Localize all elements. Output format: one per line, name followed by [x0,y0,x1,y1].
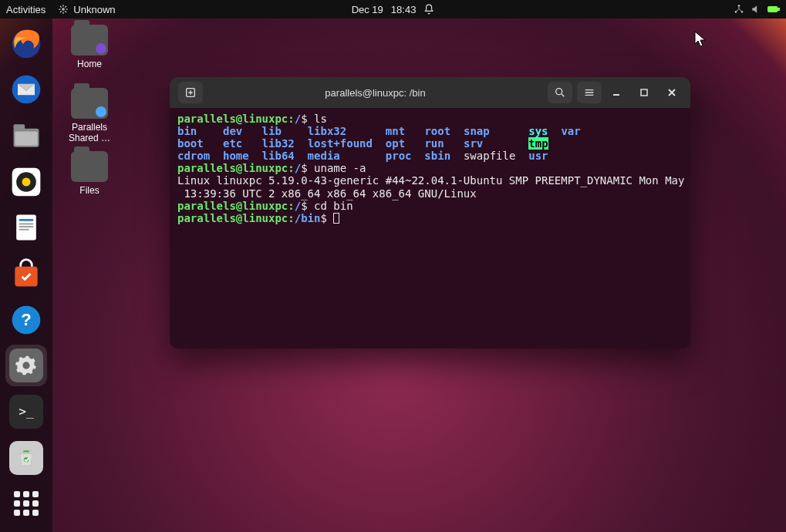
firefox-icon [9,27,43,61]
files-icon [9,119,43,153]
svg-rect-16 [19,224,33,225]
prompt-user: parallels@linuxpc [177,113,288,125]
desktop-icon-label: Files [62,185,117,196]
help-icon: ? [9,303,43,337]
dock-help[interactable]: ? [5,299,47,341]
search-icon [554,86,566,99]
prompt-sep: : [288,113,294,125]
desktop-icon-label: Parallels Shared … [62,122,117,143]
volume-icon [751,4,761,15]
maximize-button[interactable] [632,82,656,103]
thunderbird-icon [9,72,43,106]
prompt-user: parallels@linuxpc [177,162,288,174]
desktop-icon-home[interactable]: Home [62,25,117,69]
menu-button[interactable] [577,82,602,103]
dock-rhythmbox[interactable] [5,161,47,203]
dock-firefox[interactable] [5,23,47,65]
dock-trash[interactable] [5,437,47,479]
ls-entry: boot [177,137,204,150]
dock-files[interactable] [5,115,47,157]
folder-icon [71,25,108,56]
terminal-window: parallels@linuxpc: /bin parallels@linuxp… [170,77,690,348]
cmd-cd: cd bin [314,200,353,212]
prompt-path: / [295,113,301,125]
cmd-uname: uname -a [314,162,366,174]
speaker-icon [9,165,43,199]
terminal-cursor [333,213,339,224]
dock: ? >_ [0,19,52,532]
time-label: 18:43 [391,4,417,15]
svg-text:?: ? [21,310,31,329]
prompt-sep: : [288,162,294,174]
cmd-ls: ls [314,113,327,125]
prompt-user: parallels@linuxpc [177,200,288,212]
ls-entry: home [223,150,249,162]
ls-entry: opt [386,137,405,150]
svg-rect-4 [768,7,778,12]
uname-output: Linux linuxpc 5.19.0-43-generic #44~22.0… [177,174,690,187]
prompt-sep: : [288,200,294,212]
ls-entry: lost+found [308,137,373,150]
clock[interactable]: Dec 19 18:43 [352,4,435,15]
minimize-button[interactable] [604,82,629,103]
dock-settings[interactable] [5,345,47,386]
search-button[interactable] [548,82,572,103]
svg-rect-17 [19,227,33,228]
ls-entry: libx32 [308,125,347,137]
prompt-sep: : [288,212,294,224]
ls-entry: mnt [386,125,405,137]
svg-point-13 [22,177,31,186]
unknown-icon [58,4,69,15]
titlebar[interactable]: parallels@linuxpc: /bin [170,77,690,108]
dock-terminal[interactable]: >_ [5,391,47,433]
ls-entry: sbin [424,150,450,162]
mouse-pointer-icon [694,31,708,48]
terminal-body[interactable]: parallels@linuxpc:/$ ls bin dev lib libx… [170,108,690,348]
new-tab-button[interactable] [178,82,203,103]
notification-bell-icon [423,4,434,15]
ls-entry: lib [262,125,282,137]
show-applications[interactable] [5,483,47,524]
svg-rect-9 [14,124,25,130]
document-icon [9,210,43,244]
desktop-icon-label: Home [62,59,117,69]
desktop-icon-files[interactable]: Files [62,151,117,196]
dock-writer[interactable] [5,207,47,249]
terminal-icon: >_ [9,395,43,429]
network-icon [734,4,744,15]
svg-rect-18 [19,229,29,231]
system-tray[interactable] [734,4,780,15]
battery-icon [767,4,780,15]
svg-point-24 [556,89,562,95]
ls-entry: cdrom [177,150,210,162]
ls-entry: bin [177,125,197,137]
prompt-dollar: $ [301,162,307,174]
ls-entry: var [561,125,580,137]
svg-point-1 [738,5,740,6]
uname-output: 13:39:36 UTC 2 x86_64 x86_64 x86_64 GNU/… [177,187,477,200]
ls-entry: root [424,125,450,137]
app-indicator[interactable]: Unknown [58,4,115,15]
shopping-bag-icon [9,257,43,291]
svg-rect-25 [641,89,647,96]
dock-software[interactable] [5,253,47,295]
prompt-dollar: $ [301,113,307,125]
trash-icon [16,448,36,468]
ls-entry: proc [386,150,412,162]
dock-thunderbird[interactable] [5,69,47,111]
prompt-user: parallels@linuxpc [177,212,288,224]
ls-entry: sys [528,125,548,137]
prompt-path: /bin [295,212,321,224]
ls-entry: etc [223,137,242,150]
ls-entry: lib64 [262,150,295,162]
desktop-icon-parallels[interactable]: Parallels Shared … [62,88,117,143]
close-button[interactable] [659,82,684,103]
new-tab-icon [184,86,197,99]
svg-rect-15 [19,219,33,221]
ls-entry: media [308,150,340,162]
ls-entry: dev [223,125,242,137]
ls-entry: srv [464,137,483,150]
activities-button[interactable]: Activities [6,4,46,15]
close-icon [667,88,676,97]
prompt-path: / [295,200,301,212]
